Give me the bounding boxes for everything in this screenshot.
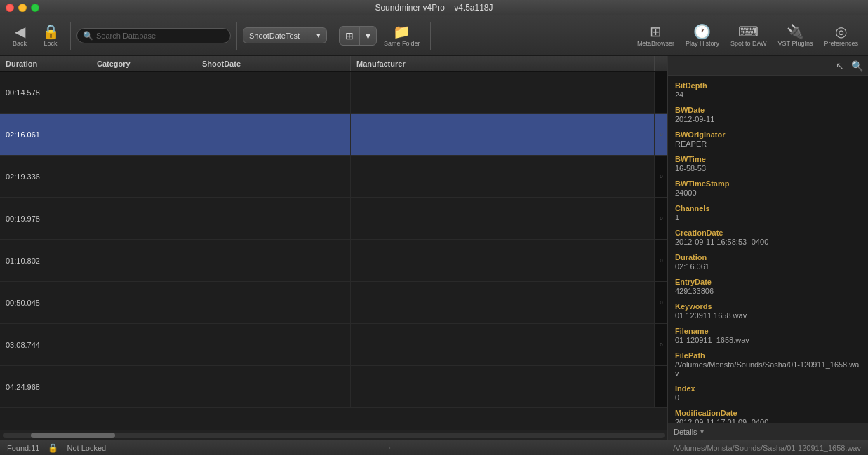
preferences-icon: ◎ bbox=[835, 25, 847, 39]
detail-value: 2012-09-11 17:01:09 -0400 bbox=[675, 418, 861, 423]
detail-value: 2012-09-11 16:58:53 -0400 bbox=[675, 238, 861, 246]
table-row[interactable]: 01:10.802 0 bbox=[0, 240, 667, 282]
detail-item: CreationDate 2012-09-11 16:58:53 -0400 bbox=[675, 229, 861, 246]
found-count: Found:11 bbox=[7, 444, 39, 452]
back-icon: ◀ bbox=[15, 25, 25, 39]
cell-shootdate bbox=[196, 240, 351, 281]
play-history-icon: 🕐 bbox=[693, 25, 711, 39]
detail-value: 1 bbox=[675, 213, 861, 222]
toolbar-separator-2 bbox=[236, 22, 237, 50]
details-dropdown-label: Details bbox=[674, 428, 697, 436]
spot-to-daw-button[interactable]: ⌨ Spot to DAW bbox=[726, 22, 771, 50]
detail-item: ModificationDate 2012-09-11 17:01:09 -04… bbox=[675, 409, 861, 423]
table-row[interactable]: 02:16.061 0 bbox=[0, 114, 667, 156]
table-body: 00:14.578 02:16.061 0 02:19.336 0 00:19.… bbox=[0, 72, 667, 430]
detail-key: ModificationDate bbox=[675, 409, 861, 417]
cell-indicator: 0 bbox=[655, 198, 667, 239]
center-dot: • bbox=[389, 444, 391, 451]
detail-key: Duration bbox=[675, 253, 861, 262]
detail-key: FilePath bbox=[675, 351, 861, 360]
cell-indicator: 0 bbox=[655, 240, 667, 281]
titlebar: Soundminer v4Pro – v4.5a118J bbox=[0, 0, 868, 15]
table-row[interactable]: 00:50.045 0 bbox=[0, 282, 667, 324]
file-list: Duration Category ShootDate Manufacturer… bbox=[0, 56, 668, 440]
cell-duration: 02:19.336 bbox=[0, 156, 91, 197]
details-panel: ↖ 🔍 BitDepth 24 BWDate 2012-09-11 BWOrig… bbox=[668, 56, 868, 440]
details-toolbar: ↖ 🔍 bbox=[668, 56, 868, 76]
detail-item: EntryDate 429133806 bbox=[675, 278, 861, 295]
search-box[interactable]: 🔍 bbox=[76, 28, 231, 43]
table-row[interactable]: 00:14.578 bbox=[0, 72, 667, 114]
cell-duration: 02:16.061 bbox=[0, 114, 91, 155]
details-cursor-button[interactable]: ↖ bbox=[833, 59, 847, 73]
cell-shootdate bbox=[196, 324, 351, 365]
cell-shootdate bbox=[196, 282, 351, 323]
same-folder-button[interactable]: 📁 Same Folder bbox=[380, 22, 425, 50]
detail-value: 16-58-53 bbox=[675, 164, 861, 172]
details-search-button[interactable]: 🔍 bbox=[850, 59, 864, 73]
cursor-icon: ↖ bbox=[836, 60, 844, 72]
col-header-shootdate: ShootDate bbox=[196, 56, 351, 71]
details-scroll-area[interactable]: BitDepth 24 BWDate 2012-09-11 BWOriginat… bbox=[668, 76, 868, 423]
cell-duration: 00:14.578 bbox=[0, 72, 91, 113]
detail-key: BWOriginator bbox=[675, 130, 861, 139]
lock-button[interactable]: 🔒 Lock bbox=[36, 22, 65, 50]
cell-indicator: 0 bbox=[655, 324, 667, 365]
column-view-button[interactable]: ⊞ ▾ bbox=[339, 26, 377, 46]
spot-to-daw-icon: ⌨ bbox=[738, 25, 759, 39]
cell-shootdate bbox=[196, 198, 351, 239]
scrollbar-track[interactable] bbox=[3, 433, 665, 438]
search-input[interactable] bbox=[96, 32, 225, 40]
detail-key: Index bbox=[675, 384, 861, 393]
table-row[interactable]: 03:08.744 0 bbox=[0, 324, 667, 366]
column-view-arrow-part[interactable]: ▾ bbox=[360, 27, 376, 45]
details-dropdown[interactable]: Details ▾ bbox=[668, 423, 868, 440]
detail-item: BitDepth 24 bbox=[675, 81, 861, 99]
database-selector[interactable]: ShootDateTest ▾ bbox=[243, 27, 327, 43]
cell-manufacturer bbox=[351, 72, 655, 113]
detail-value: 2012-09-11 bbox=[675, 115, 861, 123]
detail-item: BWTimeStamp 24000 bbox=[675, 179, 861, 197]
horizontal-scrollbar[interactable] bbox=[0, 430, 667, 440]
meta-browser-button[interactable]: ⊞ MetaBrowser bbox=[633, 22, 679, 50]
cell-manufacturer bbox=[351, 366, 655, 407]
cell-indicator: 0 bbox=[655, 282, 667, 323]
detail-item: Filename 01-120911_1658.wav bbox=[675, 327, 861, 344]
cell-category bbox=[91, 156, 196, 197]
cell-indicator: 0 bbox=[655, 114, 667, 155]
table-row[interactable]: 04:24.968 bbox=[0, 366, 667, 408]
detail-value: REAPER bbox=[675, 140, 861, 148]
column-view-icon-part[interactable]: ⊞ bbox=[340, 27, 360, 45]
preferences-button[interactable]: ◎ Preferences bbox=[820, 22, 862, 50]
detail-key: BWTime bbox=[675, 155, 861, 163]
table-row[interactable]: 02:19.336 0 bbox=[0, 156, 667, 198]
detail-item: Keywords 01 120911 1658 wav bbox=[675, 302, 861, 320]
detail-key: BitDepth bbox=[675, 81, 861, 90]
minimize-button[interactable] bbox=[18, 4, 27, 12]
back-button[interactable]: ◀ Back bbox=[6, 22, 34, 50]
close-button[interactable] bbox=[6, 4, 14, 12]
toolbar-separator-3 bbox=[333, 22, 333, 50]
status-left: Found:11 🔒 Not Locked bbox=[7, 443, 106, 453]
cell-duration: 03:08.744 bbox=[0, 324, 91, 365]
details-search-icon: 🔍 bbox=[851, 60, 863, 72]
detail-item: BWDate 2012-09-11 bbox=[675, 106, 861, 123]
cell-shootdate bbox=[196, 366, 351, 407]
table-row[interactable]: 00:19.978 0 bbox=[0, 198, 667, 240]
cell-category bbox=[91, 198, 196, 239]
col-header-manufacturer: Manufacturer bbox=[351, 56, 655, 71]
col-header-duration: Duration bbox=[0, 56, 91, 71]
cell-manufacturer bbox=[351, 282, 655, 323]
cell-shootdate bbox=[196, 156, 351, 197]
detail-key: Keywords bbox=[675, 302, 861, 311]
cell-duration: 00:19.978 bbox=[0, 198, 91, 239]
window-title: Soundminer v4Pro – v4.5a118J bbox=[375, 3, 493, 13]
scrollbar-thumb[interactable] bbox=[31, 433, 115, 438]
fullscreen-button[interactable] bbox=[31, 4, 39, 12]
cell-shootdate bbox=[196, 114, 351, 155]
detail-item: Index 0 bbox=[675, 384, 861, 402]
vst-plugins-button[interactable]: 🔌 VST PlugIns bbox=[774, 22, 817, 50]
main-content: Duration Category ShootDate Manufacturer… bbox=[0, 56, 868, 440]
lock-icon: 🔒 bbox=[42, 25, 60, 39]
play-history-button[interactable]: 🕐 Play History bbox=[681, 22, 723, 50]
